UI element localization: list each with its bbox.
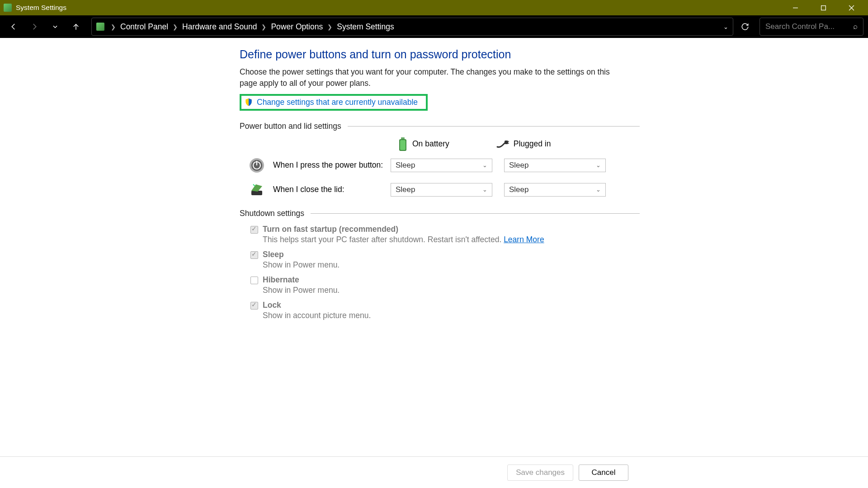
power-button-icon — [249, 157, 265, 174]
page-title: Define power buttons and turn on passwor… — [240, 48, 640, 61]
chevron-right-icon[interactable]: ❯ — [111, 23, 116, 30]
column-header-battery: On battery — [398, 137, 449, 151]
laptop-lid-icon — [249, 182, 265, 198]
select-value: Sleep — [396, 185, 415, 194]
chevron-down-icon: ⌄ — [482, 186, 487, 193]
sleep-checkbox[interactable] — [250, 251, 258, 259]
section-title: Power button and lid settings — [240, 122, 348, 131]
select-value: Sleep — [509, 161, 528, 170]
breadcrumb-item[interactable]: Power Options — [271, 22, 323, 32]
lid-plugged-select[interactable]: Sleep⌄ — [504, 183, 606, 197]
section-header-shutdown: Shutdown settings — [240, 209, 640, 218]
column-header-plugged: Plugged in — [496, 139, 551, 149]
section-header-power: Power button and lid settings — [240, 122, 640, 131]
shutdown-item-hibernate: Hibernate Show in Power menu. — [250, 275, 640, 295]
power-button-row: When I press the power button: Sleep⌄ Sl… — [249, 157, 640, 174]
fast-startup-checkbox[interactable] — [250, 226, 258, 234]
row-label: When I close the lid: — [273, 185, 391, 194]
chevron-down-icon: ⌄ — [482, 162, 487, 169]
page-description: Choose the power settings that you want … — [240, 66, 626, 89]
svg-rect-7 — [400, 140, 406, 150]
app-icon — [4, 4, 12, 12]
row-label: When I press the power button: — [273, 160, 391, 170]
change-settings-link[interactable]: Change settings that are currently unava… — [257, 98, 418, 107]
search-icon[interactable]: ⌕ — [853, 22, 858, 31]
lock-checkbox[interactable] — [250, 302, 258, 310]
option-desc-text: This helps start your PC faster after sh… — [263, 235, 501, 244]
lid-battery-select[interactable]: Sleep⌄ — [391, 183, 492, 197]
chevron-right-icon[interactable]: ❯ — [261, 23, 266, 30]
chevron-right-icon[interactable]: ❯ — [327, 23, 332, 30]
footer: Save changes Cancel — [0, 456, 868, 488]
power-button-battery-select[interactable]: Sleep⌄ — [391, 159, 492, 172]
maximize-button[interactable] — [809, 0, 837, 15]
divider — [348, 126, 640, 127]
breadcrumb-item[interactable]: Hardware and Sound — [182, 22, 257, 32]
cancel-button[interactable]: Cancel — [579, 465, 628, 481]
breadcrumb-item[interactable]: System Settings — [337, 22, 394, 32]
shutdown-item-lock: Lock Show in account picture menu. — [250, 300, 640, 320]
option-title: Sleep — [263, 250, 340, 259]
addressbar-icon — [96, 23, 104, 31]
shield-icon — [244, 98, 253, 107]
svg-rect-8 — [505, 141, 508, 144]
option-desc: Show in Power menu. — [263, 260, 340, 270]
select-value: Sleep — [509, 185, 528, 194]
breadcrumb-item[interactable]: Control Panel — [120, 22, 168, 32]
shutdown-item-sleep: Sleep Show in Power menu. — [250, 250, 640, 270]
plug-icon — [496, 140, 509, 149]
search-box[interactable]: ⌕ — [760, 18, 863, 36]
learn-more-link[interactable]: Learn More — [504, 235, 544, 244]
recent-dropdown-button[interactable] — [46, 18, 64, 36]
addressbar-dropdown-icon[interactable]: ⌄ — [723, 23, 728, 30]
minimize-button[interactable] — [781, 0, 809, 15]
shutdown-item-fast-startup: Turn on fast startup (recommended) This … — [250, 225, 640, 244]
power-button-plugged-select[interactable]: Sleep⌄ — [504, 159, 606, 172]
content-area: Define power buttons and turn on passwor… — [0, 38, 868, 456]
window-title: System Settings — [16, 4, 781, 12]
hibernate-checkbox[interactable] — [250, 277, 258, 284]
close-button[interactable] — [837, 0, 865, 15]
option-desc: Show in Power menu. — [263, 286, 340, 295]
option-title: Turn on fast startup (recommended) — [263, 225, 544, 234]
save-button[interactable]: Save changes — [507, 465, 573, 481]
section-title: Shutdown settings — [240, 209, 311, 218]
chevron-down-icon: ⌄ — [596, 162, 601, 169]
navbar: ❯ Control Panel ❯ Hardware and Sound ❯ P… — [0, 15, 868, 38]
option-desc: This helps start your PC faster after sh… — [263, 235, 544, 244]
chevron-right-icon[interactable]: ❯ — [173, 23, 178, 30]
back-button[interactable] — [5, 18, 23, 36]
select-value: Sleep — [396, 161, 415, 170]
divider — [311, 213, 640, 214]
option-title: Lock — [263, 300, 371, 310]
chevron-down-icon: ⌄ — [596, 186, 601, 193]
column-label: Plugged in — [514, 139, 551, 149]
option-title: Hibernate — [263, 275, 340, 285]
lid-row: When I close the lid: Sleep⌄ Sleep⌄ — [249, 182, 640, 198]
column-label: On battery — [412, 139, 449, 149]
up-button[interactable] — [67, 18, 85, 36]
address-bar[interactable]: ❯ Control Panel ❯ Hardware and Sound ❯ P… — [91, 18, 733, 36]
option-desc: Show in account picture menu. — [263, 311, 371, 320]
titlebar: System Settings — [0, 0, 868, 15]
svg-rect-5 — [401, 137, 405, 139]
search-input[interactable] — [765, 22, 842, 31]
refresh-button[interactable] — [736, 18, 754, 36]
forward-button[interactable] — [25, 18, 43, 36]
battery-icon — [398, 137, 408, 151]
highlighted-admin-link-region: Change settings that are currently unava… — [240, 94, 428, 111]
svg-rect-1 — [821, 5, 826, 10]
